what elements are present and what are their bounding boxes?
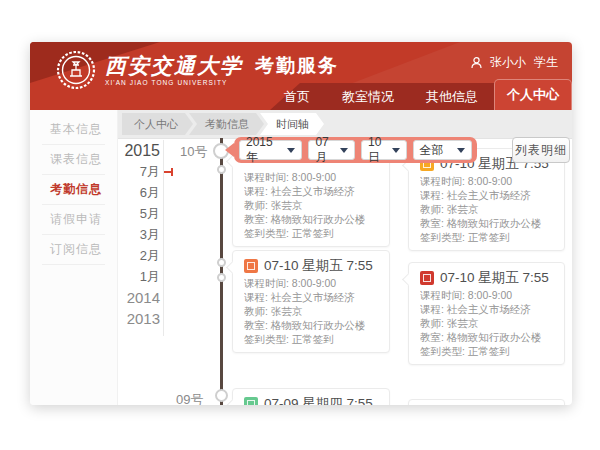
nav-item[interactable]: 个人中心 xyxy=(494,79,572,110)
list-detail-button[interactable]: 列表明细 xyxy=(512,137,570,163)
card-field-label: 教师: xyxy=(420,203,447,215)
timeline-period-item[interactable]: 6月 xyxy=(120,182,160,203)
attendance-card-title: 07-10 星期五 7:55 xyxy=(420,269,553,286)
user-info[interactable]: 张小小 学生 xyxy=(471,54,558,71)
filter-bar: 2015年 07月 10日 全部 xyxy=(234,137,477,163)
breadcrumb-item[interactable]: 考勤信息 xyxy=(189,113,264,135)
sidebar-item[interactable]: 订阅信息 xyxy=(42,235,105,265)
sidebar-item[interactable]: 考勤信息 xyxy=(42,175,105,205)
sidebar-item[interactable]: 请假申请 xyxy=(42,205,105,235)
timeline-period-label: 7月 xyxy=(140,164,160,179)
timeline-period-item[interactable]: 2月 xyxy=(120,245,160,266)
month-select[interactable]: 07月 xyxy=(308,140,355,160)
timeline-period-item[interactable]: 2015 xyxy=(120,140,160,161)
sidebar-item-label: 考勤信息 xyxy=(50,182,102,196)
card-field: 教室: 格物致知行政办公楼 xyxy=(244,318,378,332)
card-field-value: 8:00-9:00 xyxy=(292,277,336,289)
attendance-card: 07-10 星期五 7:55 课程时间: 8:00-9:00课程: 社会主义市场… xyxy=(232,250,390,353)
attendance-card-body: 课程时间: 8:00-9:00课程: 社会主义市场经济教师: 张芸京教室: 格物… xyxy=(244,276,378,346)
page: 西安交通大学 XI'AN JIAO TONG UNIVERSITY 考勤服务 张… xyxy=(0,0,600,450)
timeline-period-item[interactable]: 1月 xyxy=(120,266,160,287)
nav-item[interactable]: 首页 xyxy=(268,83,326,110)
breadcrumb-item-label: 时间轴 xyxy=(276,118,309,130)
attendance-card: 07-09 星期四 7:55 xyxy=(232,388,390,405)
chevron-down-icon xyxy=(287,148,295,153)
timeline-period-item[interactable]: 2013 xyxy=(120,308,160,329)
timeline-period-item[interactable]: 7月 xyxy=(120,161,160,182)
card-field: 教室: 格物致知行政办公楼 xyxy=(420,330,553,344)
card-field-value: 张芸京 xyxy=(271,199,303,211)
breadcrumb-item[interactable]: 时间轴 xyxy=(260,113,324,135)
year-select[interactable]: 2015年 xyxy=(239,140,302,160)
university-name-cn: 西安交通大学 xyxy=(105,55,243,77)
type-select[interactable]: 全部 xyxy=(413,140,472,160)
timeline-node xyxy=(217,273,226,282)
attendance-card-datetime: 07-09 星期四 7:55 xyxy=(264,395,373,405)
type-select-value: 全部 xyxy=(420,142,444,159)
card-field-label: 课程: xyxy=(244,185,271,197)
sidebar-item-label: 请假申请 xyxy=(50,212,102,226)
card-field-value: 格物致知行政办公楼 xyxy=(447,217,542,229)
card-field-value: 8:00-9:00 xyxy=(468,289,512,301)
nav-item[interactable]: 教室情况 xyxy=(326,83,410,110)
card-field-value: 8:00-9:00 xyxy=(292,171,336,183)
timeline-period-item[interactable]: 2014 xyxy=(120,287,160,308)
card-field-label: 课程时间: xyxy=(420,175,468,187)
card-field: 签到类型: 正常签到 xyxy=(420,230,553,244)
card-field-value: 格物致知行政办公楼 xyxy=(271,213,366,225)
breadcrumb-item-label: 考勤信息 xyxy=(205,118,249,130)
card-field-label: 教师: xyxy=(420,317,447,329)
timeline-year-month-list: 2015 7月 6月 5月 3月 2月 1月 2014 xyxy=(120,140,160,329)
timeline-period-item[interactable]: 5月 xyxy=(120,203,160,224)
signin-type-icon xyxy=(420,271,434,285)
card-field-label: 教室: xyxy=(420,331,447,343)
day-label-top: 10号 xyxy=(180,143,207,161)
card-field-label: 签到类型: xyxy=(420,231,468,243)
user-role: 学生 xyxy=(534,54,558,71)
day-select-value: 10日 xyxy=(368,135,386,166)
card-field-value: 格物致知行政办公楼 xyxy=(271,319,366,331)
card-field: 课程时间: 8:00-9:00 xyxy=(244,170,378,184)
sidebar: 基本信息 课表信息 考勤信息 请假申请 订阅信息 xyxy=(30,110,118,405)
card-field: 课程: 社会主义市场经济 xyxy=(420,302,553,316)
card-field-value: 张芸京 xyxy=(447,317,479,329)
breadcrumb-item-label: 个人中心 xyxy=(134,118,178,130)
attendance-card: 07-10 星期五 7:55 课程时间: 8:00-9:00课程: 社会主义市场… xyxy=(408,148,565,251)
card-field-label: 课程: xyxy=(420,189,447,201)
nav-item-label: 其他信息 xyxy=(426,89,478,104)
timeline-period-label: 2014 xyxy=(127,289,160,306)
timeline-node xyxy=(217,165,226,174)
card-field-value: 正常签到 xyxy=(292,227,334,239)
card-field-value: 8:00-9:00 xyxy=(468,175,512,187)
day-select[interactable]: 10日 xyxy=(361,140,407,160)
sidebar-item[interactable]: 课表信息 xyxy=(42,145,105,175)
timeline-period-item[interactable]: 3月 xyxy=(120,224,160,245)
attendance-card-body: 课程时间: 8:00-9:00课程: 社会主义市场经济教师: 张芸京教室: 格物… xyxy=(420,288,553,358)
sidebar-item[interactable]: 基本信息 xyxy=(42,115,105,145)
card-field-value: 正常签到 xyxy=(468,345,510,357)
card-field-label: 教室: xyxy=(244,213,271,225)
sidebar-item-label: 课表信息 xyxy=(50,152,102,166)
card-field-label: 教师: xyxy=(244,199,271,211)
card-field: 签到类型: 正常签到 xyxy=(244,226,378,240)
card-field-label: 签到类型: xyxy=(244,333,292,345)
card-field: 课程时间: 8:00-9:00 xyxy=(420,174,553,188)
timeline-period-label: 3月 xyxy=(140,227,160,242)
chevron-down-icon xyxy=(392,148,400,153)
card-field-label: 课程时间: xyxy=(244,171,292,183)
card-field-value: 正常签到 xyxy=(292,333,334,345)
header: 西安交通大学 XI'AN JIAO TONG UNIVERSITY 考勤服务 张… xyxy=(30,42,572,110)
card-field: 教师: 张芸京 xyxy=(420,202,553,216)
card-field: 课程时间: 8:00-9:00 xyxy=(244,276,378,290)
card-field-value: 张芸京 xyxy=(271,305,303,317)
breadcrumb-item[interactable]: 个人中心 xyxy=(122,113,193,135)
user-name: 张小小 xyxy=(490,54,526,71)
signin-type-icon xyxy=(244,397,258,406)
timeline-period-label: 6月 xyxy=(140,185,160,200)
card-field-value: 正常签到 xyxy=(468,231,510,243)
nav-item[interactable]: 其他信息 xyxy=(410,83,494,110)
attendance-card-body: 课程时间: 8:00-9:00课程: 社会主义市场经济教师: 张芸京教室: 格物… xyxy=(244,170,378,240)
card-field-value: 社会主义市场经济 xyxy=(271,291,355,303)
card-field-label: 课程时间: xyxy=(420,289,468,301)
attendance-card: 07-10 星期五 7:55 课程时间: 8:00-9:00课程: 社会主义市场… xyxy=(408,262,565,365)
